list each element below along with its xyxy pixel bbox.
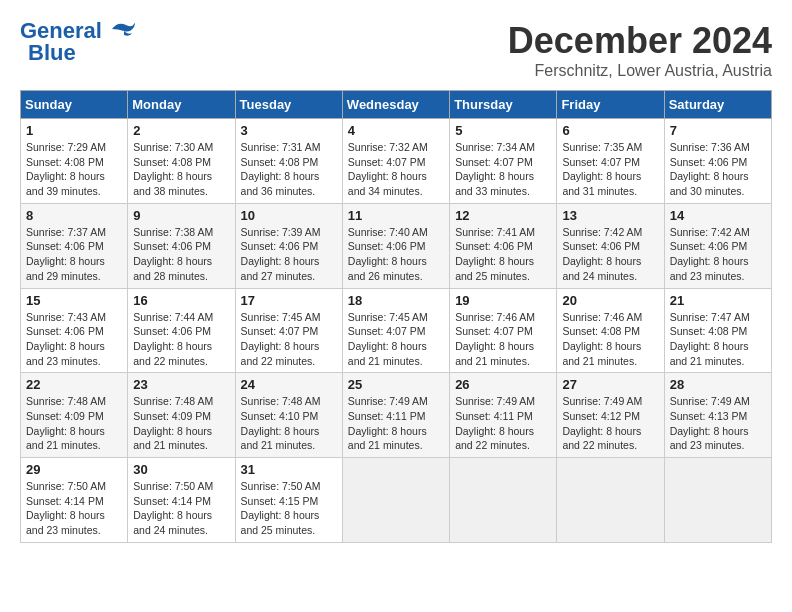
day-number: 2 (133, 123, 229, 138)
day-number: 12 (455, 208, 551, 223)
day-info: Sunrise: 7:42 AM Sunset: 4:06 PM Dayligh… (670, 226, 750, 282)
calendar-cell: 18 Sunrise: 7:45 AM Sunset: 4:07 PM Dayl… (342, 288, 449, 373)
day-number: 16 (133, 293, 229, 308)
calendar-week-row: 29 Sunrise: 7:50 AM Sunset: 4:14 PM Dayl… (21, 458, 772, 543)
day-number: 29 (26, 462, 122, 477)
day-number: 17 (241, 293, 337, 308)
calendar-cell: 27 Sunrise: 7:49 AM Sunset: 4:12 PM Dayl… (557, 373, 664, 458)
location-title: Ferschnitz, Lower Austria, Austria (508, 62, 772, 80)
calendar-cell: 16 Sunrise: 7:44 AM Sunset: 4:06 PM Dayl… (128, 288, 235, 373)
column-header-monday: Monday (128, 91, 235, 119)
calendar-cell (557, 458, 664, 543)
calendar-cell: 4 Sunrise: 7:32 AM Sunset: 4:07 PM Dayli… (342, 119, 449, 204)
calendar-cell: 14 Sunrise: 7:42 AM Sunset: 4:06 PM Dayl… (664, 203, 771, 288)
column-header-sunday: Sunday (21, 91, 128, 119)
day-info: Sunrise: 7:29 AM Sunset: 4:08 PM Dayligh… (26, 141, 106, 197)
day-number: 14 (670, 208, 766, 223)
month-title: December 2024 (508, 20, 772, 62)
calendar-cell: 19 Sunrise: 7:46 AM Sunset: 4:07 PM Dayl… (450, 288, 557, 373)
calendar-cell: 5 Sunrise: 7:34 AM Sunset: 4:07 PM Dayli… (450, 119, 557, 204)
day-number: 20 (562, 293, 658, 308)
day-info: Sunrise: 7:49 AM Sunset: 4:11 PM Dayligh… (455, 395, 535, 451)
day-number: 4 (348, 123, 444, 138)
day-number: 26 (455, 377, 551, 392)
calendar-week-row: 22 Sunrise: 7:48 AM Sunset: 4:09 PM Dayl… (21, 373, 772, 458)
calendar-cell (664, 458, 771, 543)
calendar-cell: 17 Sunrise: 7:45 AM Sunset: 4:07 PM Dayl… (235, 288, 342, 373)
day-number: 13 (562, 208, 658, 223)
day-number: 3 (241, 123, 337, 138)
day-number: 18 (348, 293, 444, 308)
calendar-cell: 7 Sunrise: 7:36 AM Sunset: 4:06 PM Dayli… (664, 119, 771, 204)
calendar-cell: 25 Sunrise: 7:49 AM Sunset: 4:11 PM Dayl… (342, 373, 449, 458)
logo-blue: Blue (28, 42, 76, 64)
day-info: Sunrise: 7:50 AM Sunset: 4:14 PM Dayligh… (26, 480, 106, 536)
calendar-week-row: 8 Sunrise: 7:37 AM Sunset: 4:06 PM Dayli… (21, 203, 772, 288)
day-number: 25 (348, 377, 444, 392)
column-header-tuesday: Tuesday (235, 91, 342, 119)
day-number: 24 (241, 377, 337, 392)
calendar-cell: 10 Sunrise: 7:39 AM Sunset: 4:06 PM Dayl… (235, 203, 342, 288)
calendar-cell: 26 Sunrise: 7:49 AM Sunset: 4:11 PM Dayl… (450, 373, 557, 458)
day-info: Sunrise: 7:37 AM Sunset: 4:06 PM Dayligh… (26, 226, 106, 282)
day-number: 30 (133, 462, 229, 477)
day-info: Sunrise: 7:50 AM Sunset: 4:14 PM Dayligh… (133, 480, 213, 536)
day-info: Sunrise: 7:49 AM Sunset: 4:12 PM Dayligh… (562, 395, 642, 451)
calendar-cell: 12 Sunrise: 7:41 AM Sunset: 4:06 PM Dayl… (450, 203, 557, 288)
day-info: Sunrise: 7:36 AM Sunset: 4:06 PM Dayligh… (670, 141, 750, 197)
calendar-cell: 24 Sunrise: 7:48 AM Sunset: 4:10 PM Dayl… (235, 373, 342, 458)
day-info: Sunrise: 7:34 AM Sunset: 4:07 PM Dayligh… (455, 141, 535, 197)
day-info: Sunrise: 7:50 AM Sunset: 4:15 PM Dayligh… (241, 480, 321, 536)
day-info: Sunrise: 7:47 AM Sunset: 4:08 PM Dayligh… (670, 311, 750, 367)
day-info: Sunrise: 7:43 AM Sunset: 4:06 PM Dayligh… (26, 311, 106, 367)
column-header-saturday: Saturday (664, 91, 771, 119)
calendar-cell (342, 458, 449, 543)
day-number: 10 (241, 208, 337, 223)
calendar-cell: 6 Sunrise: 7:35 AM Sunset: 4:07 PM Dayli… (557, 119, 664, 204)
calendar-cell: 3 Sunrise: 7:31 AM Sunset: 4:08 PM Dayli… (235, 119, 342, 204)
day-info: Sunrise: 7:35 AM Sunset: 4:07 PM Dayligh… (562, 141, 642, 197)
day-number: 19 (455, 293, 551, 308)
calendar-week-row: 1 Sunrise: 7:29 AM Sunset: 4:08 PM Dayli… (21, 119, 772, 204)
calendar-cell: 30 Sunrise: 7:50 AM Sunset: 4:14 PM Dayl… (128, 458, 235, 543)
day-number: 28 (670, 377, 766, 392)
day-number: 9 (133, 208, 229, 223)
calendar-cell: 13 Sunrise: 7:42 AM Sunset: 4:06 PM Dayl… (557, 203, 664, 288)
calendar-table: SundayMondayTuesdayWednesdayThursdayFrid… (20, 90, 772, 543)
day-number: 31 (241, 462, 337, 477)
calendar-week-row: 15 Sunrise: 7:43 AM Sunset: 4:06 PM Dayl… (21, 288, 772, 373)
day-number: 7 (670, 123, 766, 138)
day-info: Sunrise: 7:45 AM Sunset: 4:07 PM Dayligh… (241, 311, 321, 367)
day-info: Sunrise: 7:48 AM Sunset: 4:09 PM Dayligh… (26, 395, 106, 451)
day-info: Sunrise: 7:45 AM Sunset: 4:07 PM Dayligh… (348, 311, 428, 367)
day-info: Sunrise: 7:31 AM Sunset: 4:08 PM Dayligh… (241, 141, 321, 197)
calendar-header-row: SundayMondayTuesdayWednesdayThursdayFrid… (21, 91, 772, 119)
calendar-cell: 28 Sunrise: 7:49 AM Sunset: 4:13 PM Dayl… (664, 373, 771, 458)
day-number: 5 (455, 123, 551, 138)
day-info: Sunrise: 7:38 AM Sunset: 4:06 PM Dayligh… (133, 226, 213, 282)
day-number: 1 (26, 123, 122, 138)
day-info: Sunrise: 7:46 AM Sunset: 4:08 PM Dayligh… (562, 311, 642, 367)
day-info: Sunrise: 7:41 AM Sunset: 4:06 PM Dayligh… (455, 226, 535, 282)
title-area: December 2024 Ferschnitz, Lower Austria,… (508, 20, 772, 80)
day-number: 27 (562, 377, 658, 392)
day-info: Sunrise: 7:42 AM Sunset: 4:06 PM Dayligh… (562, 226, 642, 282)
calendar-cell: 21 Sunrise: 7:47 AM Sunset: 4:08 PM Dayl… (664, 288, 771, 373)
calendar-cell (450, 458, 557, 543)
calendar-cell: 29 Sunrise: 7:50 AM Sunset: 4:14 PM Dayl… (21, 458, 128, 543)
calendar-cell: 23 Sunrise: 7:48 AM Sunset: 4:09 PM Dayl… (128, 373, 235, 458)
day-number: 15 (26, 293, 122, 308)
day-info: Sunrise: 7:48 AM Sunset: 4:09 PM Dayligh… (133, 395, 213, 451)
calendar-cell: 22 Sunrise: 7:48 AM Sunset: 4:09 PM Dayl… (21, 373, 128, 458)
calendar-cell: 2 Sunrise: 7:30 AM Sunset: 4:08 PM Dayli… (128, 119, 235, 204)
day-number: 22 (26, 377, 122, 392)
day-number: 11 (348, 208, 444, 223)
day-info: Sunrise: 7:30 AM Sunset: 4:08 PM Dayligh… (133, 141, 213, 197)
day-info: Sunrise: 7:49 AM Sunset: 4:11 PM Dayligh… (348, 395, 428, 451)
day-info: Sunrise: 7:49 AM Sunset: 4:13 PM Dayligh… (670, 395, 750, 451)
calendar-cell: 8 Sunrise: 7:37 AM Sunset: 4:06 PM Dayli… (21, 203, 128, 288)
calendar-cell: 31 Sunrise: 7:50 AM Sunset: 4:15 PM Dayl… (235, 458, 342, 543)
logo-text: General (20, 20, 102, 42)
calendar-cell: 20 Sunrise: 7:46 AM Sunset: 4:08 PM Dayl… (557, 288, 664, 373)
day-number: 6 (562, 123, 658, 138)
